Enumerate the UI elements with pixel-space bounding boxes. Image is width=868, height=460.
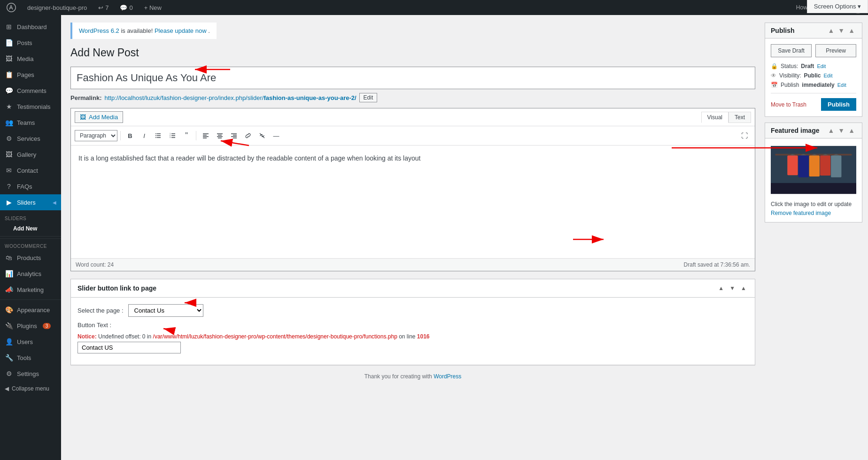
meta-box-header[interactable]: Slider button link to page ▲ ▼ ▲ (71, 279, 755, 298)
update-notice: WordPress 6.2 is available! Please updat… (70, 23, 217, 39)
timing-row: 📅 Publish immediately Edit (771, 82, 856, 88)
preview-button[interactable]: Preview (815, 44, 856, 57)
featured-image-up-btn[interactable]: ▲ (826, 127, 836, 134)
sidebar-item-services[interactable]: ⚙ Services (0, 130, 61, 146)
featured-image-title: Featured image (771, 127, 819, 134)
editor-body[interactable]: It is a long established fact that a rea… (71, 146, 755, 258)
visual-tab[interactable]: Visual (701, 112, 728, 123)
screen-options-button[interactable]: Screen Options ▾ (807, 0, 868, 13)
text-tab[interactable]: Text (728, 112, 751, 123)
featured-image-down-btn[interactable]: ▼ (837, 127, 846, 134)
sidebar-item-contact[interactable]: ✉ Contact (0, 162, 61, 178)
svg-rect-38 (771, 183, 856, 194)
publish-panel-up-btn[interactable]: ▲ (826, 27, 836, 34)
post-title-input[interactable] (70, 67, 755, 89)
services-icon: ⚙ (5, 134, 13, 143)
align-center-button[interactable] (213, 129, 226, 142)
sidebar-item-gallery[interactable]: 🖼 Gallery (0, 146, 61, 162)
fullscreen-button[interactable]: ⛶ (738, 129, 751, 142)
paragraph-select[interactable]: Paragraph (75, 130, 117, 141)
site-name-link[interactable]: designer-boutique-pro (24, 0, 90, 15)
posts-icon: 📄 (5, 38, 13, 47)
publish-label: Publish (781, 82, 799, 88)
wp-logo-link[interactable] (4, 0, 19, 15)
notice-row: Notice: Undefined offset: 0 in /var/www/… (78, 333, 748, 340)
permalink-url[interactable]: http://localhost/luzuk/fashion-designer-… (104, 94, 356, 101)
wp-version-link[interactable]: WordPress 6.2 (79, 27, 119, 34)
sidebar-item-tools[interactable]: 🔧 Tools (0, 350, 61, 366)
dashboard-icon: ⊞ (5, 23, 13, 31)
sidebar-item-users[interactable]: 👤 Users (0, 334, 61, 350)
italic-button[interactable]: I (138, 129, 151, 142)
comments-link[interactable]: 💬 0 (117, 0, 135, 15)
sidebar-item-sliders[interactable]: ▶ Sliders ◀ (0, 194, 61, 210)
meta-box-down-btn[interactable]: ▼ (728, 284, 737, 292)
right-sidebar: Publish ▲ ▼ ▲ Save Draft Preview 🔒 Statu… (765, 0, 868, 460)
featured-image-controls: ▲ ▼ ▲ (826, 127, 856, 134)
sidebar-item-plugins[interactable]: 🔌 Plugins 3 (0, 318, 61, 334)
main-content: WordPress 6.2 is available! Please updat… (61, 0, 765, 460)
align-right-button[interactable] (227, 129, 240, 142)
ul-button[interactable] (152, 129, 165, 142)
add-media-button[interactable]: 🖼 Add Media (75, 111, 123, 123)
sidebar-item-marketing[interactable]: 📣 Marketing (0, 282, 61, 298)
publish-panel-down-btn[interactable]: ▼ (837, 27, 846, 34)
visibility-label: Visibility: (779, 72, 801, 79)
sidebar-item-testimonials[interactable]: ★ Testimonials (0, 99, 61, 115)
sidebar-sub-add-new[interactable]: Add New (0, 223, 61, 234)
editor-format-bar: Paragraph B I 123 " (71, 126, 755, 146)
plugins-badge: 3 (43, 323, 51, 329)
save-draft-button[interactable]: Save Draft (771, 44, 812, 57)
bold-button[interactable]: B (124, 129, 137, 142)
revisions-icon: ↩ (98, 4, 103, 11)
timing-edit-link[interactable]: Edit (837, 82, 846, 88)
revisions-link[interactable]: ↩ 7 (95, 0, 111, 15)
sidebar-item-teams[interactable]: 👥 Teams (0, 115, 61, 130)
sidebar-item-dashboard[interactable]: ⊞ Dashboard (0, 19, 61, 35)
remove-featured-image-button[interactable]: Remove featured image (771, 210, 831, 216)
move-trash-button[interactable]: Move to Trash (771, 101, 806, 108)
sidebar-item-settings[interactable]: ⚙ Settings (0, 366, 61, 382)
contact-icon: ✉ (5, 166, 13, 175)
blockquote-button[interactable]: " (180, 129, 193, 142)
align-left-button[interactable] (199, 129, 212, 142)
sidebar-item-media[interactable]: 🖼 Media (0, 51, 61, 67)
sidebar-item-analytics[interactable]: 📊 Analytics (0, 266, 61, 282)
sidebar-item-products[interactable]: 🛍 Products (0, 250, 61, 266)
new-content-btn[interactable]: + New (141, 0, 164, 15)
visibility-edit-link[interactable]: Edit (823, 73, 832, 78)
sidebar-item-faqs[interactable]: ? FAQs (0, 178, 61, 194)
featured-image-close-btn[interactable]: ▲ (847, 127, 856, 134)
permalink-edit-button[interactable]: Edit (359, 93, 378, 102)
svg-point-5 (155, 137, 156, 138)
publish-panel-close-btn[interactable]: ▲ (847, 27, 856, 34)
collapse-menu[interactable]: ◀ Collapse menu (0, 382, 61, 396)
unlink-button[interactable] (256, 129, 269, 142)
meta-box-up-btn[interactable]: ▲ (716, 284, 726, 292)
editor-footer: Word count: 24 Draft saved at 7:36:56 am… (71, 258, 755, 271)
more-button[interactable]: — (270, 129, 283, 142)
publish-button[interactable]: Publish (821, 98, 856, 111)
featured-image-click-area[interactable] (771, 144, 856, 197)
users-icon: 👤 (5, 337, 13, 346)
settings-icon: ⚙ (5, 369, 13, 378)
word-count: Word count: 24 (76, 261, 114, 268)
comment-icon: 💬 (120, 4, 127, 11)
status-edit-link[interactable]: Edit (817, 63, 826, 69)
ol-button[interactable]: 123 (166, 129, 179, 142)
svg-rect-33 (809, 155, 820, 176)
sidebar: ⊞ Dashboard 📄 Posts 🖼 Media 📋 Pages 💬 Co… (0, 0, 61, 460)
eye-icon: 👁 (771, 72, 776, 79)
button-text-input[interactable] (78, 342, 181, 353)
wordpress-footer-link[interactable]: WordPress (434, 373, 461, 380)
sidebar-item-comments[interactable]: 💬 Comments (0, 83, 61, 99)
link-button[interactable] (241, 129, 255, 142)
meta-box-collapse-btn[interactable]: ▲ (739, 284, 748, 292)
publish-timing: immediately (802, 82, 834, 88)
draft-saved: Draft saved at 7:36:56 am. (684, 261, 750, 268)
sidebar-item-posts[interactable]: 📄 Posts (0, 35, 61, 51)
page-select[interactable]: Contact Us Home About Services Gallery F… (128, 304, 203, 317)
sidebar-item-appearance[interactable]: 🎨 Appearance (0, 302, 61, 318)
update-now-link[interactable]: Please update now (155, 27, 207, 34)
sidebar-item-pages[interactable]: 📋 Pages (0, 67, 61, 83)
